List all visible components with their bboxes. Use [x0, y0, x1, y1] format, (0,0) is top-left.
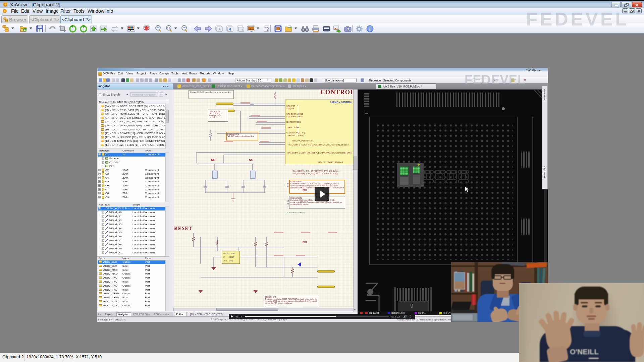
- svg-text:1:1: 1:1: [167, 27, 170, 29]
- svg-text:2: 2: [241, 29, 243, 32]
- svg-text:i: i: [369, 26, 371, 32]
- svg-text:?: ?: [39, 29, 41, 32]
